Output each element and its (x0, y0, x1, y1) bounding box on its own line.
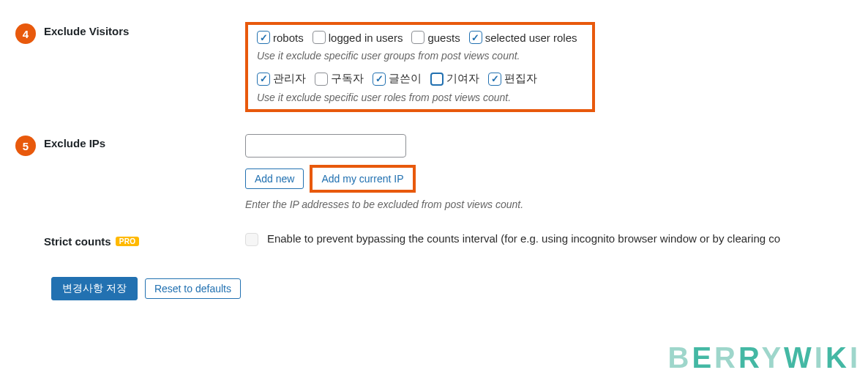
checkbox-role-admin-wrap: 관리자 (257, 72, 310, 86)
label-strict-counts: Strict counts PRO (44, 232, 245, 248)
content-exclude-ips: Add new Add my current IP Enter the IP a… (245, 134, 868, 210)
visitor-groups: robots logged in users guests selected u… (257, 31, 583, 44)
save-changes-button[interactable]: 변경사항 저장 (51, 277, 138, 300)
highlight-box-add-current-ip: Add my current IP (310, 165, 415, 193)
row-exclude-visitors: 4 Exclude Visitors robots logged in user… (7, 22, 868, 112)
checkbox-role-contributor-wrap: 기여자 (430, 72, 484, 86)
badge-col-5: 5 (7, 134, 44, 156)
label-strict-counts-text: Strict counts (44, 235, 111, 248)
badge-col: 4 (7, 22, 44, 44)
footer-buttons: 변경사항 저장 Reset to defaults (7, 277, 868, 300)
visitor-roles: 관리자 구독자 글쓴이 기여자 편집자 (257, 72, 583, 86)
content-exclude-visitors: robots logged in users guests selected u… (245, 22, 868, 112)
checkbox-guests-wrap: guests (411, 31, 464, 44)
checkbox-role-admin-label[interactable]: 관리자 (273, 72, 306, 86)
row-exclude-ips: 5 Exclude IPs Add new Add my current IP … (7, 134, 868, 210)
checkbox-selected-roles[interactable] (469, 31, 482, 44)
checkbox-logged-in[interactable] (313, 31, 326, 44)
checkbox-logged-in-wrap: logged in users (313, 31, 408, 44)
checkbox-robots-label[interactable]: robots (273, 32, 304, 44)
checkbox-role-author-wrap: 글쓴이 (373, 72, 426, 86)
strict-counts-text: Enable to prevent bypassing the counts i… (267, 232, 780, 245)
exclude-ips-desc: Enter the IP addresses to be excluded fr… (245, 199, 868, 210)
checkbox-role-editor-label[interactable]: 편집자 (504, 72, 537, 86)
checkbox-role-author[interactable] (373, 73, 386, 86)
checkbox-robots-wrap: robots (257, 31, 308, 44)
checkbox-role-subscriber[interactable] (315, 73, 328, 86)
reset-defaults-button[interactable]: Reset to defaults (145, 278, 241, 299)
add-current-ip-button[interactable]: Add my current IP (314, 169, 411, 188)
label-exclude-visitors: Exclude Visitors (44, 22, 245, 37)
highlight-box-visitors: robots logged in users guests selected u… (245, 22, 595, 112)
pro-badge: PRO (116, 237, 140, 246)
ip-button-row: Add new Add my current IP (245, 165, 868, 193)
visitor-roles-desc: Use it exclude specific user roles from … (257, 92, 583, 103)
checkbox-role-admin[interactable] (257, 73, 270, 86)
watermark-logo: BERRYWIKI (668, 341, 861, 374)
checkbox-role-editor[interactable] (488, 73, 501, 86)
content-strict-counts: Enable to prevent bypassing the counts i… (245, 232, 868, 246)
checkbox-guests[interactable] (411, 31, 424, 44)
label-exclude-ips: Exclude IPs (44, 134, 245, 149)
visitor-groups-desc: Use it exclude specific user groups from… (257, 50, 583, 62)
checkbox-role-contributor[interactable] (430, 73, 444, 86)
annotation-badge-5: 5 (15, 136, 36, 156)
checkbox-role-subscriber-label[interactable]: 구독자 (331, 72, 364, 86)
checkbox-role-subscriber-wrap: 구독자 (315, 72, 368, 86)
row-strict-counts: Strict counts PRO Enable to prevent bypa… (7, 232, 868, 248)
exclude-ip-input[interactable] (245, 134, 406, 158)
checkbox-robots[interactable] (257, 31, 270, 44)
checkbox-selected-roles-wrap: selected user roles (469, 31, 582, 44)
checkbox-role-editor-wrap: 편집자 (488, 72, 542, 86)
add-new-ip-button[interactable]: Add new (245, 168, 304, 189)
checkbox-strict-counts (245, 233, 258, 246)
checkbox-logged-in-label[interactable]: logged in users (329, 32, 403, 44)
checkbox-guests-label[interactable]: guests (427, 32, 460, 44)
annotation-badge-4: 4 (15, 23, 36, 44)
checkbox-selected-roles-label[interactable]: selected user roles (485, 32, 577, 44)
badge-col-empty (7, 232, 44, 234)
checkbox-role-contributor-label[interactable]: 기여자 (446, 72, 479, 86)
checkbox-role-author-label[interactable]: 글쓴이 (389, 72, 422, 86)
